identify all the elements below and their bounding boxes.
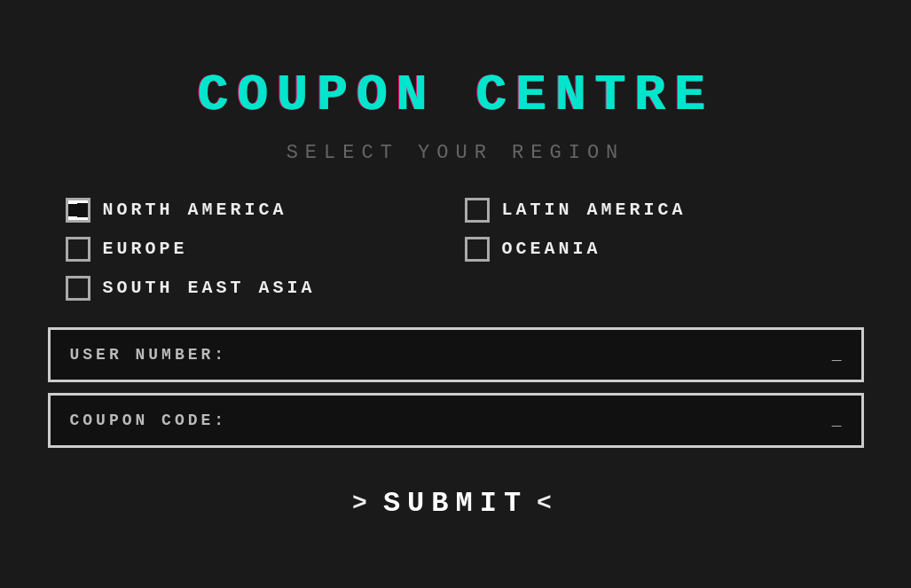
submit-button[interactable]: > SUBMIT < (334, 480, 577, 527)
user-number-cursor: _ (832, 346, 842, 364)
checkbox-south-east-asia-label: SOUTH EAST ASIA (103, 278, 316, 298)
checkbox-latin-america-box (465, 198, 490, 223)
submit-suffix-icon: < (537, 490, 559, 517)
submit-label: > SUBMIT < (352, 487, 559, 520)
user-number-label: USER NUMBER: (70, 346, 228, 364)
checkmark-north-america (68, 204, 77, 216)
checkbox-oceania[interactable]: OCEANIA (465, 237, 864, 262)
coupon-code-cursor: _ (832, 412, 842, 429)
checkbox-latin-america[interactable]: LATIN AMERICA (465, 198, 864, 223)
checkbox-oceania-label: OCEANIA (502, 239, 601, 259)
checkbox-south-east-asia[interactable]: SOUTH EAST ASIA (66, 276, 465, 301)
checkbox-north-america[interactable]: NORTH AMERICA (66, 198, 465, 223)
checkbox-north-america-box (66, 198, 90, 223)
checkbox-europe-label: EUROPE (103, 239, 188, 259)
user-number-input[interactable] (227, 346, 825, 364)
user-number-field[interactable]: USER NUMBER: _ (48, 327, 864, 382)
submit-prefix-icon: > (352, 490, 374, 517)
coupon-code-label: COUPON CODE: (70, 412, 228, 429)
region-checkboxes: NORTH AMERICA LATIN AMERICA EUROPE OCEAN… (48, 198, 864, 301)
checkbox-latin-america-label: LATIN AMERICA (502, 200, 687, 220)
coupon-code-field[interactable]: COUPON CODE: _ (48, 393, 864, 448)
checkbox-europe[interactable]: EUROPE (66, 237, 465, 262)
checkbox-oceania-box (465, 237, 490, 262)
checkbox-south-east-asia-box (66, 276, 90, 301)
checkbox-north-america-label: NORTH AMERICA (103, 200, 287, 220)
main-container: COUPON CENTRE SELECT YOUR REGION NORTH A… (48, 62, 864, 527)
title-text: COUPON CENTRE (197, 67, 713, 124)
input-fields: USER NUMBER: _ COUPON CODE: _ (48, 327, 864, 448)
checkbox-europe-box (66, 237, 90, 262)
page-subtitle: SELECT YOUR REGION (287, 142, 625, 164)
coupon-code-input[interactable] (227, 412, 825, 429)
submit-text: SUBMIT (383, 487, 528, 520)
app-title: COUPON CENTRE (197, 62, 713, 126)
